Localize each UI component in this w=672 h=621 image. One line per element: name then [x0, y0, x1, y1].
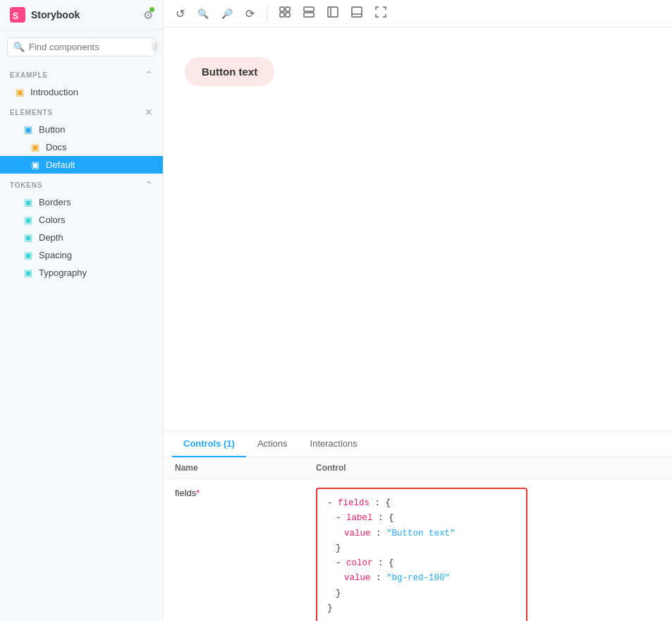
- toolbar: ↺ 🔍 🔎 ⟳: [164, 0, 672, 28]
- default-icon: ▣: [30, 159, 41, 170]
- svg-rect-2: [280, 7, 284, 11]
- colors-icon: ▣: [23, 215, 34, 225]
- docs-icon: ▣: [30, 142, 41, 152]
- json-editor[interactable]: - fields : { - label : { value : "Button…: [316, 488, 527, 621]
- sidebar-item-label: Depth: [39, 232, 63, 243]
- svg-rect-4: [280, 13, 284, 17]
- section-tokens-label: TOKENS: [10, 181, 42, 189]
- sidebar-item-label: Introduction: [30, 87, 78, 97]
- section-example-label: EXAMPLE: [10, 71, 48, 79]
- refresh-icon: ↺: [176, 8, 185, 20]
- control-cell[interactable]: - fields : { - label : { value : "Button…: [316, 488, 661, 621]
- zoom-in-icon: 🔍: [197, 8, 209, 19]
- sidebar-toggle-button[interactable]: [324, 4, 342, 23]
- svg-rect-3: [286, 7, 290, 11]
- sidebar-item-introduction[interactable]: ▣ Introduction: [0, 83, 163, 101]
- sidebar-item-typography[interactable]: ▣ Typography: [0, 264, 163, 282]
- zoom-in-button[interactable]: 🔍: [194, 5, 212, 22]
- button-icon: ▣: [23, 124, 34, 135]
- sidebar-item-borders[interactable]: ▣ Borders: [0, 193, 163, 211]
- panel-toggle-button[interactable]: [348, 4, 366, 23]
- tab-actions[interactable]: Actions: [246, 431, 299, 457]
- svg-rect-10: [352, 7, 362, 17]
- logo: S Storybook: [10, 7, 80, 23]
- field-name: fields*: [175, 488, 316, 498]
- app-title: Storybook: [31, 9, 80, 20]
- fullscreen-button[interactable]: [372, 4, 390, 23]
- search-icon: 🔍: [13, 42, 25, 52]
- col-header-control: Control: [316, 463, 661, 473]
- table-header: Name Control: [164, 457, 672, 479]
- svg-rect-7: [304, 13, 314, 17]
- sidebar-item-spacing[interactable]: ▣ Spacing: [0, 246, 163, 264]
- sidebar-icon: [327, 8, 338, 20]
- section-elements: ELEMENTS ✕ ▣ Button ▣ Docs ▣ Default: [0, 101, 163, 174]
- sidebar-item-label: Typography: [39, 267, 87, 278]
- zoom-out-icon: 🔎: [221, 8, 233, 19]
- search-input[interactable]: [29, 42, 147, 52]
- search-bar[interactable]: 🔍 /: [7, 37, 156, 56]
- section-tokens: TOKENS ⌃ ▣ Borders ▣ Colors ▣ Depth ▣ Sp…: [0, 174, 163, 282]
- section-example-toggle[interactable]: ⌃: [145, 69, 153, 80]
- sidebar-item-depth[interactable]: ▣ Depth: [0, 229, 163, 246]
- sidebar-item-label: Docs: [46, 142, 67, 152]
- borders-icon: ▣: [23, 197, 34, 207]
- bottom-panel: Controls (1) Actions Interactions Name C…: [164, 430, 672, 621]
- section-tokens-toggle[interactable]: ⌃: [145, 179, 153, 191]
- reset-zoom-icon: ⟳: [245, 8, 255, 20]
- introduction-icon: ▣: [14, 87, 25, 97]
- split-icon: [303, 8, 314, 20]
- reset-zoom-button[interactable]: ⟳: [242, 5, 258, 23]
- grid-view-button[interactable]: [276, 4, 294, 23]
- sidebar-item-label: Button: [39, 124, 66, 135]
- svg-rect-6: [304, 7, 314, 11]
- depth-icon: ▣: [23, 232, 34, 243]
- section-elements-toggle[interactable]: ✕: [145, 107, 153, 118]
- section-elements-header: ELEMENTS ✕: [0, 101, 163, 121]
- sidebar-item-docs[interactable]: ▣ Docs: [0, 138, 163, 156]
- canvas-area: Button text: [164, 28, 672, 430]
- fullscreen-icon: [375, 8, 386, 20]
- tab-interactions[interactable]: Interactions: [299, 431, 369, 457]
- grid-icon: [279, 8, 291, 20]
- sidebar-item-label: Spacing: [39, 250, 72, 260]
- sidebar-item-button[interactable]: ▣ Button: [0, 121, 163, 138]
- toolbar-divider-1: [267, 6, 267, 20]
- notification-dot: [149, 7, 154, 12]
- field-required-marker: *: [196, 488, 200, 498]
- sidebar-item-default[interactable]: ▣ Default: [0, 156, 163, 174]
- zoom-out-button[interactable]: 🔎: [218, 5, 236, 22]
- tabs-bar: Controls (1) Actions Interactions: [164, 431, 672, 457]
- svg-rect-5: [286, 13, 290, 17]
- section-elements-label: ELEMENTS: [10, 109, 53, 116]
- section-tokens-header: TOKENS ⌃: [0, 174, 163, 193]
- storybook-logo-icon: S: [10, 7, 25, 23]
- sidebar-item-label: Colors: [39, 215, 66, 225]
- col-header-name: Name: [175, 463, 316, 473]
- sidebar-item-colors[interactable]: ▣ Colors: [0, 211, 163, 229]
- refresh-button[interactable]: ↺: [172, 5, 188, 23]
- section-example: EXAMPLE ⌃ ▣ Introduction: [0, 64, 163, 101]
- search-shortcut: /: [152, 42, 159, 52]
- settings-button[interactable]: ⚙: [143, 8, 153, 22]
- svg-rect-8: [328, 7, 338, 17]
- controls-table: Name Control fields* - fields : { - labe…: [164, 457, 672, 621]
- table-row: fields* - fields : { - label : { value :…: [164, 479, 672, 621]
- typography-icon: ▣: [23, 267, 34, 278]
- sidebar: S Storybook ⚙ 🔍 / EXAMPLE ⌃ ▣ Introducti…: [0, 0, 164, 621]
- sidebar-item-label: Borders: [39, 197, 71, 207]
- sidebar-header: S Storybook ⚙: [0, 0, 163, 30]
- section-example-header: EXAMPLE ⌃: [0, 64, 163, 83]
- spacing-icon: ▣: [23, 250, 34, 260]
- tab-controls[interactable]: Controls (1): [172, 431, 246, 457]
- svg-text:S: S: [13, 11, 19, 21]
- sidebar-item-label: Default: [46, 159, 75, 170]
- preview-button[interactable]: Button text: [185, 57, 274, 86]
- panel-icon: [351, 8, 362, 20]
- main-panel: ↺ 🔍 🔎 ⟳: [164, 0, 672, 621]
- split-view-button[interactable]: [300, 4, 318, 23]
